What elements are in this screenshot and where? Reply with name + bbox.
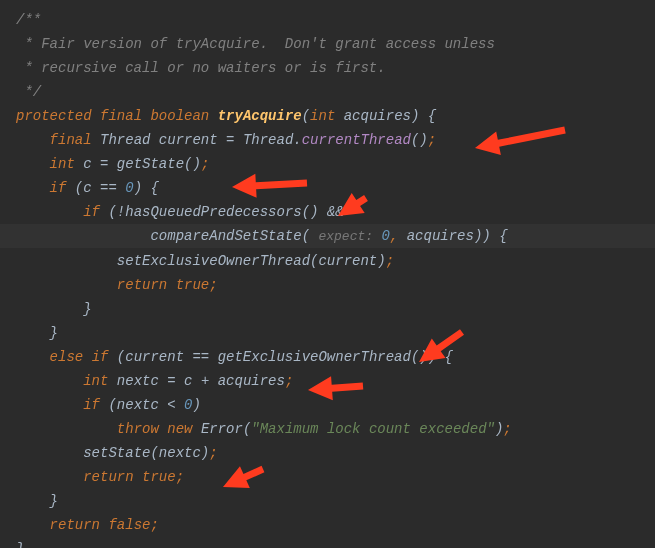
string-literal: "Maximum lock count exceeded" bbox=[251, 421, 495, 437]
call-getState: getState bbox=[117, 156, 184, 172]
kw-int: int bbox=[50, 156, 75, 172]
comment-line: */ bbox=[16, 84, 41, 100]
call-hasQueued: hasQueuedPredecessors bbox=[125, 204, 301, 220]
kw-if: if bbox=[50, 180, 67, 196]
kw-if: if bbox=[83, 397, 100, 413]
kw-throw: throw bbox=[117, 421, 159, 437]
type-thread: Thread bbox=[100, 132, 150, 148]
type-error: Error bbox=[201, 421, 243, 437]
kw-boolean: boolean bbox=[150, 108, 209, 124]
class-thread: Thread bbox=[243, 132, 293, 148]
call-setExclusiveOwnerThread: setExclusiveOwnerThread bbox=[117, 253, 310, 269]
code-block: /** * Fair version of tryAcquire. Don't … bbox=[0, 8, 655, 548]
num-zero: 0 bbox=[184, 397, 192, 413]
kw-return: return bbox=[83, 469, 133, 485]
kw-return: return bbox=[50, 517, 100, 533]
op-plus: + bbox=[201, 373, 209, 389]
num-zero: 0 bbox=[381, 228, 389, 244]
num-zero: 0 bbox=[125, 180, 133, 196]
kw-true: true bbox=[142, 469, 176, 485]
kw-int: int bbox=[83, 373, 108, 389]
kw-protected: protected bbox=[16, 108, 92, 124]
kw-if: if bbox=[83, 204, 100, 220]
comment-line: /** bbox=[16, 12, 41, 28]
kw-if: if bbox=[92, 349, 109, 365]
call-compareAndSetState: compareAndSetState bbox=[150, 228, 301, 244]
param-acquires: acquires bbox=[344, 108, 411, 124]
kw-final: final bbox=[50, 132, 92, 148]
kw-false: false bbox=[108, 517, 150, 533]
kw-true: true bbox=[176, 277, 210, 293]
method-name: tryAcquire bbox=[218, 108, 302, 124]
arg-acquires: acquires bbox=[407, 228, 474, 244]
kw-return: return bbox=[117, 277, 167, 293]
kw-int: int bbox=[310, 108, 335, 124]
var-c: c bbox=[83, 156, 91, 172]
comment-line: * Fair version of tryAcquire. Don't gran… bbox=[16, 36, 495, 52]
kw-new: new bbox=[167, 421, 192, 437]
kw-final: final bbox=[100, 108, 142, 124]
param-hint-expect: expect: bbox=[318, 229, 373, 244]
call-currentThread: currentThread bbox=[302, 132, 411, 148]
call-getExclusiveOwnerThread: getExclusiveOwnerThread bbox=[218, 349, 411, 365]
kw-else: else bbox=[50, 349, 84, 365]
op-and: && bbox=[327, 204, 344, 220]
call-setState: setState bbox=[83, 445, 150, 461]
var-nextc: nextc bbox=[117, 373, 159, 389]
comment-line: * recursive call or no waiters or is fir… bbox=[16, 60, 386, 76]
var-acquires: acquires bbox=[218, 373, 285, 389]
var-current: current bbox=[159, 132, 218, 148]
op-lt: < bbox=[167, 397, 175, 413]
